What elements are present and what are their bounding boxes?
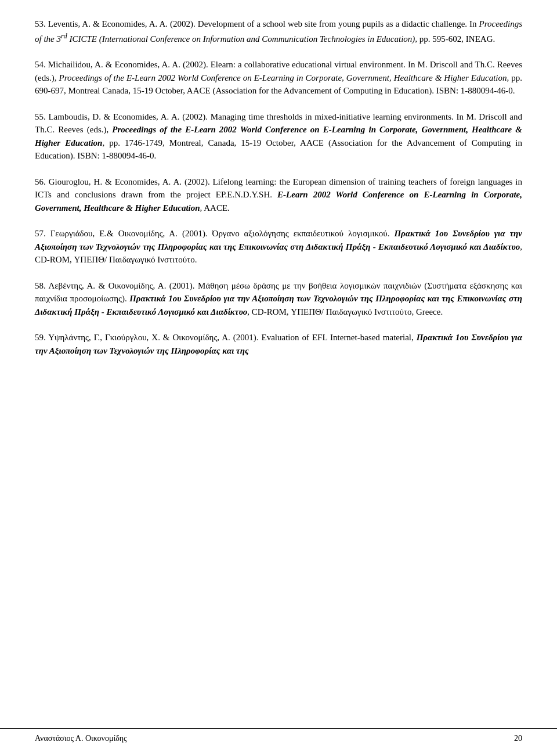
entry-number: 56. — [35, 177, 49, 186]
entry-55-text: 55. Lamboudis, D. & Economides, A. A. (2… — [35, 110, 522, 163]
footer-page: 20 — [514, 732, 522, 744]
footer: Αναστάσιος Α. Οικονομίδης 20 — [0, 728, 557, 744]
entry-number: 59. — [35, 333, 48, 342]
journal-title: Πρακτικά 1ου Συνεδρίου για την Αξιοποίησ… — [35, 294, 522, 316]
journal-title: Πρακτικά 1ου Συνεδρίου για την Αξιοποίησ… — [35, 229, 522, 251]
entry-59-text: 59. Υψηλάντης, Γ., Γκιούργλου, Χ. & Οικο… — [35, 331, 522, 357]
entry-56-text: 56. Giouroglou, H. & Economides, A. A. (… — [35, 175, 522, 215]
journal-title: Πρακτικά 1ου Συνεδρίου για την Αξιοποίησ… — [35, 333, 522, 355]
journal-title: Proceedings of the 3rd ICICTE (Internati… — [35, 19, 522, 44]
entry-53-text: 53. Leventis, A. & Economides, A. A. (20… — [35, 17, 522, 45]
entry-58: 58. Λεβέντης, Α. & Οικονομίδης, Α. (2001… — [35, 279, 522, 319]
journal-title: E-Learn 2002 World Conference on E-Learn… — [35, 190, 522, 213]
entry-55: 55. Lamboudis, D. & Economides, A. A. (2… — [35, 110, 522, 163]
entry-57: 57. Γεωργιάδου, Ε.& Οικονομίδης, Α. (200… — [35, 227, 522, 267]
entry-number: 55. — [35, 112, 48, 121]
journal-title: Proceedings of the E-Learn 2002 World Co… — [59, 73, 507, 82]
entry-54-text: 54. Michailidou, A. & Economides, A. A. … — [35, 58, 522, 98]
entry-53: 53. Leventis, A. & Economides, A. A. (20… — [35, 17, 522, 45]
entry-58-text: 58. Λεβέντης, Α. & Οικονομίδης, Α. (2001… — [35, 279, 522, 319]
entry-number: 58. — [35, 281, 48, 290]
journal-title: Proceedings of the E-Learn 2002 World Co… — [35, 125, 522, 147]
entry-number: 54. — [35, 60, 48, 69]
entry-number: 53. — [35, 19, 48, 28]
main-content: 53. Leventis, A. & Economides, A. A. (20… — [35, 17, 522, 357]
footer-author: Αναστάσιος Α. Οικονομίδης — [35, 732, 127, 744]
entry-number: 57. — [35, 229, 50, 238]
entry-56: 56. Giouroglou, H. & Economides, A. A. (… — [35, 175, 522, 215]
entry-54: 54. Michailidou, A. & Economides, A. A. … — [35, 58, 522, 98]
entry-59: 59. Υψηλάντης, Γ., Γκιούργλου, Χ. & Οικο… — [35, 331, 522, 357]
entry-57-text: 57. Γεωργιάδου, Ε.& Οικονομίδης, Α. (200… — [35, 227, 522, 267]
